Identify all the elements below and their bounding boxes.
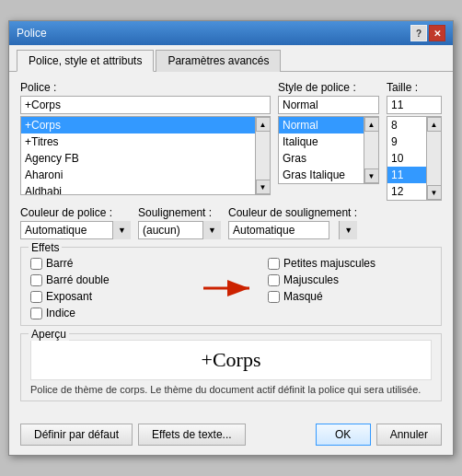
help-button[interactable]: ? <box>410 25 427 41</box>
scroll-track <box>256 132 270 180</box>
size-input[interactable] <box>387 96 442 114</box>
scroll-up-arrow[interactable]: ▲ <box>256 117 271 132</box>
style-input[interactable] <box>278 96 379 114</box>
underline-select[interactable]: (aucun) <box>138 221 221 239</box>
font-color-select-wrapper: Automatique ▼ <box>20 221 131 239</box>
list-item[interactable]: 8 <box>387 117 426 134</box>
checkbox-barre-label: Barré <box>46 257 73 270</box>
checkbox-masque-label: Masqué <box>283 290 323 303</box>
style-listbox-wrapper: Normal Italique Gras Gras Italique ▲ ▼ <box>278 116 379 184</box>
dialog-content: Police : +Corps +Titres Agency FB Aharon… <box>9 72 453 418</box>
list-item[interactable]: 12 <box>387 183 426 200</box>
red-arrow-icon <box>199 274 263 302</box>
checkbox-barre-double-input[interactable] <box>30 274 42 286</box>
default-button[interactable]: Définir par défaut <box>20 424 133 446</box>
title-bar: Police ? ✕ <box>9 21 453 45</box>
preview-text: +Corps <box>202 348 261 372</box>
underline-label: Soulignement : <box>138 206 221 219</box>
underline-color-select[interactable]: Automatique <box>228 221 329 239</box>
checkbox-masque-input[interactable] <box>268 291 280 303</box>
checkbox-barre: Barré <box>30 257 194 270</box>
font-field-group: Police : +Corps +Titres Agency FB Aharon… <box>20 81 271 201</box>
font-row: Police : +Corps +Titres Agency FB Aharon… <box>20 81 442 201</box>
bottom-buttons: Définir par défaut Effets de texte... OK… <box>9 418 453 455</box>
font-color-group: Couleur de police : Automatique ▼ <box>20 206 131 239</box>
color-row: Couleur de police : Automatique ▼ Soulig… <box>20 206 442 239</box>
effects-section: Effets Barré Barré double Exposant <box>20 247 442 326</box>
scroll-up-arrow[interactable]: ▲ <box>364 117 379 132</box>
checkbox-exposant-label: Exposant <box>46 290 92 303</box>
effects-col-left: Barré Barré double Exposant Indice <box>30 257 194 319</box>
list-item[interactable]: Normal <box>279 117 364 134</box>
underline-color-select-wrapper: Automatique ▼ <box>228 221 357 239</box>
style-scrollbar[interactable]: ▲ ▼ <box>364 117 378 183</box>
font-listbox-wrapper: +Corps +Titres Agency FB Aharoni Aldhabi… <box>20 116 271 195</box>
checkbox-majuscules-label: Majuscules <box>283 273 339 286</box>
list-item[interactable]: 9 <box>387 134 426 150</box>
list-item[interactable]: +Corps <box>21 117 255 134</box>
cancel-button[interactable]: Annuler <box>376 424 442 446</box>
size-label: Taille : <box>387 81 442 94</box>
checkbox-majuscules-input[interactable] <box>268 274 280 286</box>
size-listbox-wrapper: 8 9 10 11 12 ▲ ▼ <box>387 116 442 201</box>
list-item[interactable]: Aldhabi <box>21 183 255 194</box>
list-item[interactable]: Agency FB <box>21 150 255 167</box>
scroll-up-arrow[interactable]: ▲ <box>427 117 442 132</box>
preview-title: Aperçu <box>29 328 69 341</box>
list-item[interactable]: Italique <box>279 134 364 150</box>
tab-parametres-avances[interactable]: Paramètres avancés <box>156 50 281 72</box>
underline-color-label: Couleur de soulignement : <box>228 206 357 219</box>
preview-box: +Corps <box>30 340 432 380</box>
checkbox-petites-maj-label: Petites majuscules <box>283 257 375 270</box>
scroll-track <box>364 132 378 168</box>
size-scrollbar[interactable]: ▲ ▼ <box>426 117 441 200</box>
list-item[interactable]: Gras Italique <box>279 167 364 183</box>
arrow-container <box>194 257 268 319</box>
tab-police-style[interactable]: Police, style et attributs <box>17 50 154 72</box>
close-button[interactable]: ✕ <box>429 25 445 41</box>
preview-description: Police de thème de corps. Le thème du do… <box>30 384 432 395</box>
dialog-title: Police <box>17 27 47 40</box>
checkbox-barre-double: Barré double <box>30 273 194 286</box>
list-item[interactable]: 10 <box>387 150 426 167</box>
font-color-label: Couleur de police : <box>20 206 131 219</box>
list-item[interactable]: Gras <box>279 150 364 167</box>
preview-section: Aperçu +Corps Police de thème de corps. … <box>20 333 442 401</box>
font-input[interactable] <box>20 96 271 114</box>
font-listbox[interactable]: +Corps +Titres Agency FB Aharoni Aldhabi <box>21 117 255 194</box>
underline-color-group: Couleur de soulignement : Automatique ▼ <box>228 206 357 239</box>
police-dialog: Police ? ✕ Police, style et attributs Pa… <box>8 20 454 456</box>
scroll-down-arrow[interactable]: ▼ <box>256 180 271 194</box>
style-label: Style de police : <box>278 81 379 94</box>
underline-color-arrow-icon: ▼ <box>339 221 357 239</box>
scroll-track <box>427 132 441 185</box>
style-field-group: Style de police : Normal Italique Gras G… <box>278 81 379 201</box>
ok-button[interactable]: OK <box>316 424 371 446</box>
font-scrollbar[interactable]: ▲ ▼ <box>255 117 270 194</box>
checkbox-petites-maj-input[interactable] <box>268 258 280 270</box>
list-item[interactable]: +Titres <box>21 134 255 150</box>
effects-title: Effets <box>29 241 62 254</box>
underline-group: Soulignement : (aucun) ▼ <box>138 206 221 239</box>
font-label: Police : <box>20 81 271 94</box>
scroll-down-arrow[interactable]: ▼ <box>364 168 379 183</box>
scroll-down-arrow[interactable]: ▼ <box>427 185 442 200</box>
list-item[interactable]: 11 <box>387 167 426 183</box>
list-item[interactable]: Aharoni <box>21 167 255 183</box>
checkbox-majuscules: Majuscules <box>268 273 432 286</box>
checkbox-barre-input[interactable] <box>30 258 42 270</box>
checkbox-indice-input[interactable] <box>30 308 42 319</box>
effects-grid: Barré Barré double Exposant Indice <box>30 257 432 319</box>
checkbox-exposant-input[interactable] <box>30 291 42 303</box>
checkbox-indice: Indice <box>30 307 194 319</box>
checkbox-exposant: Exposant <box>30 290 194 303</box>
size-field-group: Taille : 8 9 10 11 12 ▲ ▼ <box>387 81 442 201</box>
checkbox-masque: Masqué <box>268 290 432 303</box>
style-listbox[interactable]: Normal Italique Gras Gras Italique <box>279 117 364 183</box>
underline-select-wrapper: (aucun) ▼ <box>138 221 221 239</box>
size-listbox[interactable]: 8 9 10 11 12 <box>387 117 426 200</box>
font-color-select[interactable]: Automatique <box>20 221 131 239</box>
checkbox-indice-label: Indice <box>46 307 75 319</box>
tab-bar: Police, style et attributs Paramètres av… <box>9 45 453 72</box>
text-effects-button[interactable]: Effets de texte... <box>138 424 246 446</box>
